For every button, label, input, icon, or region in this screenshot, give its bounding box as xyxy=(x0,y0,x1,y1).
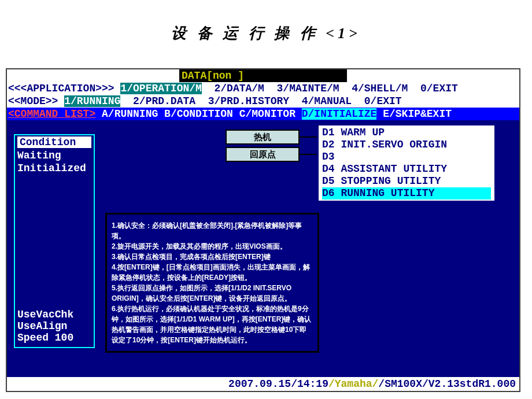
menu-item-d2[interactable]: D2 INIT.SERVO ORIGIN xyxy=(322,139,491,151)
data-row: DATA[non ] xyxy=(7,69,519,82)
mode-label: <<MODE>> xyxy=(8,95,58,107)
status-bar: 2007.09.15/14:19/Yamaha//SM100X/V2.13std… xyxy=(7,377,519,391)
instruction-line: 1.确认安全：必须确认[机盖被全部关闭].[紧急停机被解除]等事项。 xyxy=(112,220,313,241)
app-label: <<<APPLICATION>>> xyxy=(8,83,114,94)
mode-item-manual[interactable]: 4/MANUAL xyxy=(302,95,352,107)
menu-item-d6[interactable]: D6 RUNNING UTILITY xyxy=(322,187,491,200)
mode-item-running[interactable]: 1/RUNNING xyxy=(64,95,120,107)
menu-item-d4[interactable]: D4 ASSISTANT UTILITY xyxy=(322,163,491,175)
cmd-condition[interactable]: B/CONDITION xyxy=(164,108,233,120)
cmd-monitor[interactable]: C/MONITOR xyxy=(239,108,295,120)
instruction-line: 5.执行返回原点操作，如图所示，选择[1/1/D2 INIT.SERVO ORI… xyxy=(112,283,313,304)
cmd-skipexit[interactable]: E/SKIP&EXIT xyxy=(383,108,452,120)
connector-line xyxy=(299,136,319,138)
status-datetime: 2007.09.15/14:19 xyxy=(228,378,328,390)
instruction-line: 4.按[ENTER]键，[日常点检项目]画面消失，出现主菜单画面，解除紧急停机状… xyxy=(112,262,313,283)
speed-100: Speed 100 xyxy=(17,332,73,343)
command-list[interactable]: <COMMAND LIST> A/RUNNING B/CONDITION C/M… xyxy=(7,108,519,120)
cmd-label: <COMMAND LIST> xyxy=(8,108,95,120)
menu-item-d3[interactable]: D3 xyxy=(322,151,491,163)
use-align: UseAlign xyxy=(17,320,73,332)
app-item-exit[interactable]: 0/EXIT xyxy=(420,83,458,94)
status-initialized: Initialized xyxy=(17,162,91,175)
connector-line xyxy=(299,154,319,155)
instruction-line: 2.旋开电源开关，加载及其必需的程序，出现VIOS画面。 xyxy=(112,241,313,252)
origin-label-cn: 回原点 xyxy=(226,147,300,162)
condition-bottom: UseVacChk UseAlign Speed 100 xyxy=(17,309,73,343)
menu-item-d1[interactable]: D1 WARM UP xyxy=(322,127,491,139)
instructions-panel: 1.确认安全：必须确认[机盖被全部关闭].[紧急停机被解除]等事项。 2.旋开电… xyxy=(105,213,319,353)
app-item-mainte[interactable]: 3/MAINTE/M xyxy=(277,83,339,94)
condition-header: Condition xyxy=(17,136,91,148)
mode-item-exit[interactable]: 0/EXIT xyxy=(364,95,402,107)
initialize-submenu[interactable]: D1 WARM UP D2 INIT.SERVO ORIGIN D3 D4 AS… xyxy=(317,124,496,202)
status-waiting: Waiting xyxy=(17,149,91,162)
cmd-running[interactable]: A/RUNNING xyxy=(102,108,158,120)
warmup-label-cn: 热机 xyxy=(226,130,300,145)
use-vac-chk: UseVacChk xyxy=(17,309,73,320)
topbar: DATA[non ] <<<APPLICATION>>> 1/OPERATION… xyxy=(7,69,519,120)
mode-menu[interactable]: <<MODE>> 1/RUNNING 2/PRD.DATA 3/PRD.HIST… xyxy=(7,95,519,108)
main-stage: Condition Waiting Initialized UseVacChk … xyxy=(7,120,519,375)
mode-item-prddata[interactable]: 2/PRD.DATA xyxy=(133,95,195,107)
status-vendor: /Yamaha/ xyxy=(328,378,378,390)
application-menu[interactable]: <<<APPLICATION>>> 1/OPERATION/M 2/DATA/M… xyxy=(7,82,519,95)
status-model: /SM100X/V2.13stdR1.000 xyxy=(378,378,516,390)
instruction-line: 3.确认日常点检项目，完成各项点检后按[ENTER]键 xyxy=(112,252,313,262)
app-item-data[interactable]: 2/DATA/M xyxy=(215,83,264,94)
mode-item-prdhistory[interactable]: 3/PRD.HISTORY xyxy=(208,95,289,107)
condition-sidebar: Condition Waiting Initialized UseVacChk … xyxy=(14,134,95,348)
instruction-line: 6.执行热机运行，必须确认机器处于安全状况，标准的热机是9分钟，如图所示，选择[… xyxy=(112,304,313,345)
condition-status: Waiting Initialized xyxy=(17,149,91,175)
app-item-operation[interactable]: 1/OPERATION/M xyxy=(120,83,201,94)
terminal-screen: DATA[non ] <<<APPLICATION>>> 1/OPERATION… xyxy=(6,68,520,392)
cmd-initialize[interactable]: D/INITIALIZE xyxy=(302,108,377,120)
menu-item-d5[interactable]: D5 STOPPING UTILITY xyxy=(322,175,491,187)
slide-title: 设 备 运 行 操 作 <1> xyxy=(0,0,532,57)
data-chip: DATA[non ] xyxy=(179,69,347,82)
app-item-shell[interactable]: 4/SHELL/M xyxy=(352,83,408,94)
